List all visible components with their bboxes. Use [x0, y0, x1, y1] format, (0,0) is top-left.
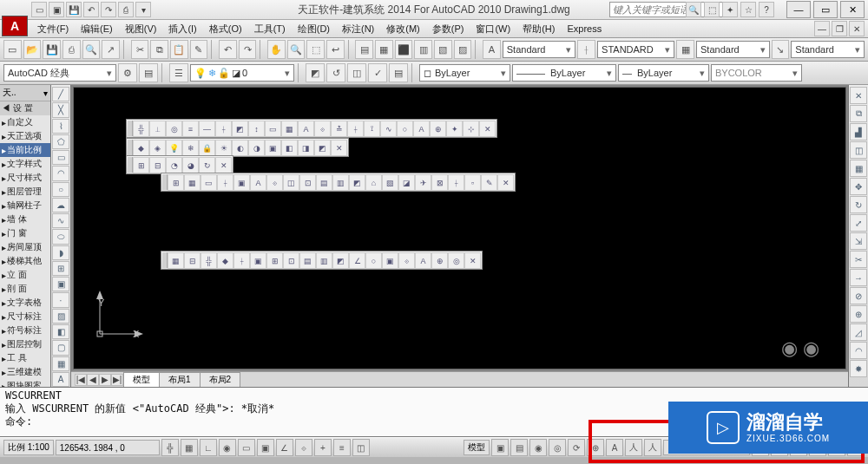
layer-mgr-icon[interactable]: ☰: [169, 63, 188, 82]
ft-icon[interactable]: ◩: [232, 121, 248, 137]
dyn-icon[interactable]: +: [314, 439, 332, 456]
ft-icon[interactable]: ⟐: [314, 121, 331, 137]
insert-icon[interactable]: ⊞: [52, 261, 69, 276]
sb-icon[interactable]: 人: [644, 439, 661, 456]
ft-icon[interactable]: ▧: [382, 174, 398, 191]
tree-item[interactable]: ▸门 窗: [0, 226, 50, 240]
menu-param[interactable]: 参数(P): [428, 23, 469, 36]
pline-icon[interactable]: ⌇: [52, 119, 69, 134]
copy2-icon[interactable]: ⧉: [850, 105, 867, 122]
ft-icon[interactable]: 💡: [166, 140, 182, 156]
join-icon[interactable]: ⊕: [850, 305, 867, 323]
tree-item[interactable]: ▸图层管理: [0, 185, 50, 199]
float-toolbar-4[interactable]: ⊞▦▭⟊▣A⟐◫⊡▤▥◩⌂▧◪✈⊠⟊▫✎✕: [161, 173, 516, 192]
ft-icon[interactable]: ◆: [217, 252, 233, 269]
ft-icon[interactable]: ◎: [166, 121, 182, 137]
ortho-icon[interactable]: ∟: [200, 439, 217, 456]
polar-icon[interactable]: ◉: [219, 439, 236, 456]
sb-icon[interactable]: ▣: [491, 439, 509, 456]
ft-icon[interactable]: ○: [397, 121, 413, 137]
tree-item[interactable]: ▸符号标注: [0, 323, 50, 337]
mdi-min-icon[interactable]: ―: [814, 21, 830, 36]
ft-icon[interactable]: ∠: [349, 252, 365, 269]
star-icon[interactable]: ☆: [740, 2, 756, 17]
app-logo-icon[interactable]: A: [2, 16, 28, 36]
menu-express[interactable]: Express: [562, 23, 606, 34]
menu-format[interactable]: 格式(O): [205, 23, 247, 36]
o3d-icon[interactable]: ▣: [257, 439, 274, 456]
layer-dropdown[interactable]: 💡 ❄ 🔓 ◪ 0: [190, 64, 294, 82]
mdi-restore-icon[interactable]: ❐: [832, 21, 847, 36]
extend-icon[interactable]: →: [850, 269, 867, 286]
qp-icon[interactable]: ◫: [352, 439, 370, 456]
cut-icon[interactable]: ✂: [131, 40, 149, 59]
line-icon[interactable]: ╱: [52, 87, 69, 101]
ft-icon[interactable]: ⊡: [283, 252, 299, 269]
tree-item[interactable]: ▸天正选项: [0, 129, 50, 143]
status-scale[interactable]: 比例 1:100: [3, 440, 54, 455]
ellipsearc-icon[interactable]: ◗: [52, 245, 69, 260]
sb-icon[interactable]: 人: [625, 439, 642, 456]
menu-help[interactable]: 帮助(H): [518, 23, 559, 36]
ft-icon[interactable]: 🔒: [199, 140, 215, 156]
break-icon[interactable]: ⊘: [850, 287, 867, 304]
ft-icon[interactable]: A: [250, 174, 266, 191]
snap-icon[interactable]: ╬: [161, 439, 179, 456]
panel-close-icon[interactable]: ▾: [43, 88, 48, 98]
ft-icon[interactable]: ╬: [201, 252, 217, 269]
point-icon[interactable]: ·: [52, 292, 69, 307]
help-icon[interactable]: ?: [759, 2, 774, 17]
markup-icon[interactable]: ▧: [434, 40, 452, 59]
ft-icon[interactable]: ▣: [265, 140, 281, 156]
ft-icon[interactable]: ⊹: [463, 121, 479, 137]
minimize-button[interactable]: ―: [786, 1, 811, 18]
tab-layout1[interactable]: 布局1: [159, 372, 201, 387]
ft-icon[interactable]: ◆: [133, 140, 149, 156]
mleader-dropdown[interactable]: Standard: [791, 41, 865, 58]
array-icon[interactable]: ▦: [850, 160, 867, 177]
rotate-icon[interactable]: ↻: [850, 196, 867, 213]
ft-icon[interactable]: A: [413, 121, 430, 137]
ft-icon[interactable]: ⟊: [233, 252, 250, 269]
tree-item[interactable]: ▸当前比例: [0, 143, 50, 157]
chamfer-icon[interactable]: ◿: [850, 323, 867, 341]
ft-icon[interactable]: ✈: [415, 174, 431, 191]
tree-item[interactable]: ▸文字表格: [0, 296, 50, 310]
match-icon[interactable]: ✎: [190, 40, 208, 59]
status-model[interactable]: 模型: [464, 440, 490, 455]
publish-icon[interactable]: ↗: [102, 40, 120, 59]
ft-icon[interactable]: ✕: [464, 252, 481, 269]
qat-undo-icon[interactable]: ↶: [83, 2, 99, 17]
qat-dropdown-icon[interactable]: ▾: [135, 2, 151, 17]
stretch-icon[interactable]: ⇲: [850, 232, 867, 250]
props-icon[interactable]: ▤: [355, 40, 373, 59]
fillet-icon[interactable]: ◠: [850, 342, 867, 359]
ft-icon[interactable]: —: [199, 121, 215, 137]
move-icon[interactable]: ✥: [850, 178, 867, 195]
hatch-icon[interactable]: ▨: [52, 309, 69, 323]
ft-icon[interactable]: ◨: [298, 140, 314, 156]
ft-icon[interactable]: ⟐: [398, 252, 415, 269]
ws-settings-icon[interactable]: ⚙: [118, 63, 137, 82]
sb-icon[interactable]: ▤: [510, 439, 528, 456]
maximize-button[interactable]: ▭: [813, 1, 838, 18]
ft-icon[interactable]: ⊞: [266, 252, 283, 269]
plotstyle-dropdown[interactable]: BYCOLOR: [711, 64, 802, 82]
menu-window[interactable]: 窗口(W): [471, 23, 515, 36]
scale-icon[interactable]: ⤢: [850, 214, 867, 232]
ft-icon[interactable]: ▦: [281, 121, 298, 137]
menu-draw[interactable]: 绘图(D): [293, 23, 334, 36]
comm-icon[interactable]: ✦: [722, 2, 738, 17]
tree-item[interactable]: ▸文字样式: [0, 157, 50, 171]
ft-icon[interactable]: ❄: [182, 140, 199, 156]
ft-icon[interactable]: ✦: [446, 121, 463, 137]
mtext-icon[interactable]: A: [52, 372, 69, 387]
ft-icon[interactable]: ◧: [281, 140, 298, 156]
tab-model[interactable]: 模型: [123, 372, 160, 387]
offset-icon[interactable]: ◫: [850, 141, 867, 159]
tree-item[interactable]: ▸楼梯其他: [0, 254, 50, 268]
ft-icon[interactable]: ▤: [299, 252, 316, 269]
ft-icon[interactable]: ◑: [248, 140, 265, 156]
ft-icon[interactable]: ▣: [382, 252, 398, 269]
ft-icon[interactable]: ✕: [215, 157, 232, 173]
